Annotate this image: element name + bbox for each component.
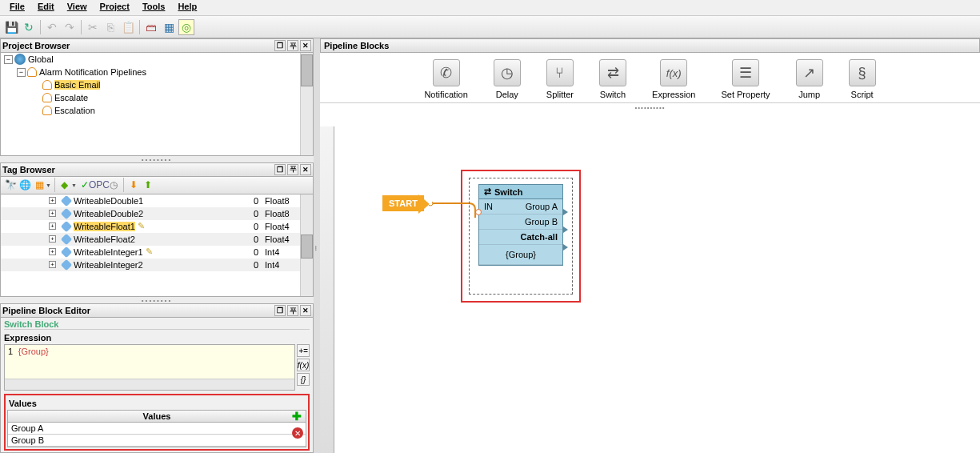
output-port[interactable] [563, 209, 568, 215]
splitter[interactable] [314, 38, 320, 453]
menu-help[interactable]: Help [171, 0, 203, 15]
switch-title: Switch [494, 187, 522, 197]
tree-node-pipelines[interactable]: Alarm Notification Pipelines [39, 67, 146, 77]
bell-icon [42, 80, 52, 90]
pin-icon[interactable]: 푸 [287, 40, 298, 51]
insert-operator-button[interactable]: += [297, 344, 310, 357]
palette-expression[interactable]: f(x)Expression [652, 59, 695, 99]
switch-output-a: Group A [526, 202, 558, 211]
tree-item-basic-email[interactable]: Basic Email [54, 80, 100, 90]
tag-value: 0 [233, 209, 265, 218]
add-value-button[interactable]: ✚ [292, 410, 303, 423]
menu-view[interactable]: View [61, 0, 94, 15]
close-icon[interactable]: ✕ [300, 40, 311, 51]
module-icon[interactable]: ▦ [161, 19, 177, 35]
tag-name[interactable]: WriteableInteger1 [74, 247, 143, 257]
tree-node-global[interactable]: Global [28, 54, 54, 64]
resize-handle[interactable]: •••••••• [0, 297, 314, 303]
globe-icon[interactable]: 🌐 [18, 178, 31, 191]
close-icon[interactable]: ✕ [300, 164, 311, 175]
tag-name[interactable]: WriteableInteger2 [74, 260, 143, 270]
tree-item-escalation[interactable]: Escalation [54, 106, 95, 115]
tag-name[interactable]: WriteableFloat2 [74, 235, 135, 244]
project-tree[interactable]: − Global − Alarm Notification Pipelines … [0, 53, 314, 156]
resize-handle[interactable]: •••••••• [0, 156, 314, 162]
restore-icon[interactable]: ❐ [274, 305, 286, 316]
restore-icon[interactable]: ❐ [274, 40, 286, 51]
chevron-down-icon[interactable]: ▼ [71, 182, 77, 188]
expand-icon[interactable]: + [49, 222, 56, 230]
expression-input[interactable]: 1 {Group} [4, 344, 295, 391]
restore-icon[interactable]: ❐ [274, 164, 286, 175]
pin-icon[interactable]: 푸 [287, 305, 298, 316]
tag-grid[interactable]: +WriteableDouble10Float8 +WriteableDoubl… [0, 194, 314, 298]
bell-icon [27, 67, 37, 77]
db-icon[interactable]: 🗃 [143, 19, 159, 35]
copy-icon[interactable]: ⎘ [102, 19, 118, 35]
palette-delay[interactable]: ◷Delay [494, 59, 521, 99]
expand-icon[interactable]: + [49, 197, 56, 204]
palette-switch[interactable]: ⇄Switch [599, 59, 626, 99]
tree-item-escalate[interactable]: Escalate [54, 93, 88, 102]
tag-add-icon[interactable]: ◆ [58, 178, 71, 191]
palette-script[interactable]: §Script [849, 59, 876, 99]
close-icon[interactable]: ✕ [300, 305, 311, 316]
splitter-icon: ⑂ [546, 59, 574, 86]
expand-icon[interactable]: + [49, 210, 56, 217]
tag-name[interactable]: WriteableFloat1 [74, 222, 135, 231]
resize-handle[interactable]: •••••••••• [320, 103, 980, 112]
menu-project[interactable]: Project [94, 0, 136, 15]
expand-icon[interactable]: + [49, 261, 56, 268]
switch-node[interactable]: ⇄Switch INGroup A Group B Catch-all {Gro… [478, 184, 563, 266]
svg-point-0 [429, 202, 433, 206]
palette-set-property[interactable]: ☰Set Property [721, 59, 770, 99]
switch-output-b: Group B [525, 217, 558, 226]
expand-icon[interactable]: − [17, 68, 26, 77]
output-port[interactable] [563, 244, 568, 251]
export-icon[interactable]: ⬆ [142, 178, 154, 191]
save-icon[interactable]: 💾 [3, 19, 19, 35]
scrollbar[interactable] [300, 53, 313, 155]
switch-icon: ⇄ [484, 186, 491, 197]
import-icon[interactable]: ⬇ [127, 178, 140, 191]
undo-icon[interactable]: ↶ [44, 19, 60, 35]
pin-icon[interactable]: 푸 [287, 164, 298, 175]
palette-jump[interactable]: ↗Jump [796, 59, 823, 99]
palette-splitter[interactable]: ⑂Splitter [546, 59, 574, 99]
palette-label: Delay [496, 90, 518, 99]
expand-icon[interactable]: + [49, 235, 56, 243]
input-port[interactable] [475, 209, 482, 215]
block-editor-title: Pipeline Block Editor [2, 306, 90, 315]
opc-icon[interactable]: OPC [93, 178, 106, 191]
menu-tools[interactable]: Tools [136, 0, 172, 15]
pipeline-canvas[interactable]: START ⇄Switch INGroup A Group B Catch-al… [334, 126, 980, 453]
cut-icon[interactable]: ✂ [85, 19, 101, 35]
menu-file[interactable]: File [3, 0, 31, 15]
values-table[interactable]: Values Group A Group B [7, 410, 306, 447]
ruler-vertical [320, 126, 334, 453]
paste-icon[interactable]: 📋 [120, 19, 136, 35]
output-port[interactable] [563, 226, 568, 233]
redo-icon[interactable]: ↷ [62, 19, 78, 35]
insert-function-button[interactable]: f(x) [297, 359, 310, 371]
refresh-icon[interactable]: ↻ [21, 19, 37, 35]
insert-property-button[interactable]: {} [297, 373, 310, 386]
scrollbar[interactable] [5, 379, 294, 390]
values-row[interactable]: Group A [8, 423, 306, 435]
menu-edit[interactable]: Edit [31, 0, 61, 15]
values-row[interactable]: Group B [8, 435, 306, 447]
palette-notification[interactable]: ✆Notification [424, 59, 467, 99]
expand-icon[interactable]: + [49, 248, 56, 255]
grid-icon[interactable]: ▦ [33, 178, 46, 191]
clock-icon[interactable]: ◷ [107, 178, 120, 191]
chevron-down-icon[interactable]: ▼ [46, 182, 51, 188]
delete-value-button[interactable]: ✕ [292, 427, 303, 439]
expand-icon[interactable]: − [4, 55, 13, 64]
binoculars-icon[interactable]: 🔭 [4, 178, 17, 191]
tag-name[interactable]: WriteableDouble1 [74, 196, 143, 206]
expr-line-num: 1 [8, 347, 13, 356]
tag-name[interactable]: WriteableDouble2 [74, 209, 143, 218]
bell-icon [42, 93, 52, 102]
gateway-icon[interactable]: ◎ [178, 19, 194, 35]
scrollbar[interactable] [300, 194, 313, 297]
